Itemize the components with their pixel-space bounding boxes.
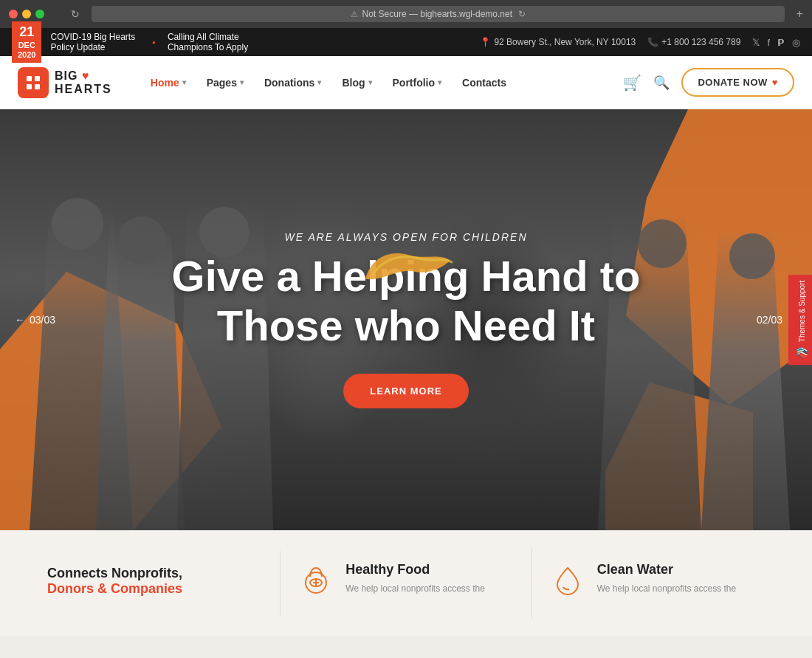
col1-text: Connects Nonprofits, Donors & Companies xyxy=(47,566,182,601)
col3-title: Clean Water xyxy=(597,562,737,578)
col2-title: Healthy Food xyxy=(345,562,485,578)
browser-chrome: ↻ ⚠ Not Secure — bighearts.wgl-demo.net … xyxy=(0,0,812,28)
news-item-2[interactable]: Calling All Climate Champions To Apply xyxy=(168,32,265,52)
hero-subtitle: We are Always Open for children xyxy=(284,231,527,243)
col1-title: Connects Nonprofits, Donors & Companies xyxy=(47,566,182,597)
close-dot[interactable] xyxy=(9,10,18,18)
nav-pages[interactable]: Pages ▾ xyxy=(198,71,252,95)
news-date: 21 DEC 2020 xyxy=(12,21,41,63)
chevron-down-icon: ▾ xyxy=(240,78,244,86)
nav-portfolio[interactable]: Portfolio ▾ xyxy=(384,71,451,95)
col3-text: Clean Water We help local nonprofits acc… xyxy=(597,562,737,595)
browser-dots xyxy=(9,10,44,18)
hero-section: We are Always Open for children Give a H… xyxy=(0,109,812,530)
chevron-down-icon: ▾ xyxy=(317,78,321,86)
navbar: BIG ♥ HEARTS Home ▾ Pages ▾ Donations ▾ … xyxy=(0,56,812,109)
bottom-section: Connects Nonprofits, Donors & Companies … xyxy=(0,530,812,636)
phone-icon: 📞 xyxy=(647,37,658,47)
chevron-down-icon: ▾ xyxy=(368,78,372,86)
learn-more-button[interactable]: LEARN MORE xyxy=(343,374,468,408)
pinterest-icon[interactable]: 𝗣 xyxy=(777,37,785,48)
svg-rect-0 xyxy=(27,76,32,81)
chevron-down-icon: ▾ xyxy=(438,78,441,86)
nav-actions: 🛒 🔍 DONATE NOW ♥ xyxy=(623,68,794,97)
themes-support-tab[interactable]: 📚 Themes & Support xyxy=(788,275,812,365)
refresh-icon[interactable]: ↻ xyxy=(71,8,80,20)
logo[interactable]: BIG ♥ HEARTS xyxy=(18,67,112,98)
lock-icon: ⚠ xyxy=(351,10,358,19)
bottom-col-3: Clean Water We help local nonprofits acc… xyxy=(532,547,782,619)
location-icon: 📍 xyxy=(480,37,491,47)
logo-icon xyxy=(18,67,49,98)
nav-home[interactable]: Home ▾ xyxy=(142,71,195,95)
nav-blog[interactable]: Blog ▾ xyxy=(333,71,380,95)
col3-desc: We help local nonprofits access the xyxy=(597,582,737,595)
svg-rect-2 xyxy=(27,84,32,89)
food-icon xyxy=(298,562,334,604)
instagram-icon[interactable]: ◎ xyxy=(792,37,800,48)
nav-contacts[interactable]: Contacts xyxy=(453,71,515,95)
nav-donations[interactable]: Donations ▾ xyxy=(255,71,330,95)
col1-subtitle: Donors & Companies xyxy=(47,581,182,596)
url-bar[interactable]: ⚠ Not Secure — bighearts.wgl-demo.net ↻ xyxy=(92,6,785,22)
location-info: 📍 92 Bowery St., New York, NY 10013 xyxy=(480,37,636,47)
col2-text: Healthy Food We help local nonprofits ac… xyxy=(345,562,485,595)
new-tab-button[interactable]: + xyxy=(796,7,803,21)
hero-title: Give a Helping Hand to Those who Need It xyxy=(172,252,641,350)
svg-rect-1 xyxy=(35,76,40,81)
twitter-icon[interactable]: 𝕏 xyxy=(752,37,760,48)
minimize-dot[interactable] xyxy=(22,10,31,18)
donate-now-button[interactable]: DONATE NOW ♥ xyxy=(681,68,794,97)
maximize-dot[interactable] xyxy=(35,10,44,18)
news-bar: 21 DEC 2020 COVID-19 Big Hearts Policy U… xyxy=(0,28,812,56)
url-text: Not Secure — bighearts.wgl-demo.net xyxy=(362,9,512,19)
hero-prev-button[interactable]: ← 03/03 xyxy=(15,314,55,326)
water-icon xyxy=(550,562,585,604)
cart-icon[interactable]: 🛒 xyxy=(623,74,641,92)
social-icons: 𝕏 f 𝗣 ◎ xyxy=(752,37,800,48)
bottom-col-2: Healthy Food We help local nonprofits ac… xyxy=(281,547,531,619)
news-separator: ● xyxy=(152,39,156,46)
col2-desc: We help local nonprofits access the xyxy=(345,582,485,595)
search-icon[interactable]: 🔍 xyxy=(653,75,670,91)
main-nav: Home ▾ Pages ▾ Donations ▾ Blog ▾ Portfo… xyxy=(142,71,624,95)
news-items: COVID-19 Big Hearts Policy Update ● Call… xyxy=(50,32,265,52)
news-item-1[interactable]: COVID-19 Big Hearts Policy Update xyxy=(50,32,140,52)
phone-info: 📞 +1 800 123 456 789 xyxy=(647,37,740,47)
logo-text: BIG ♥ HEARTS xyxy=(55,69,112,95)
bottom-col-1: Connects Nonprofits, Donors & Companies xyxy=(30,551,281,616)
hero-content: We are Always Open for children Give a H… xyxy=(0,109,812,530)
facebook-icon[interactable]: f xyxy=(767,37,770,48)
arrow-left-icon: ← xyxy=(15,314,25,326)
heart-icon: ♥ xyxy=(772,77,778,88)
chevron-down-icon: ▾ xyxy=(182,78,186,86)
svg-rect-3 xyxy=(35,84,40,89)
reload-icon[interactable]: ↻ xyxy=(518,9,526,19)
